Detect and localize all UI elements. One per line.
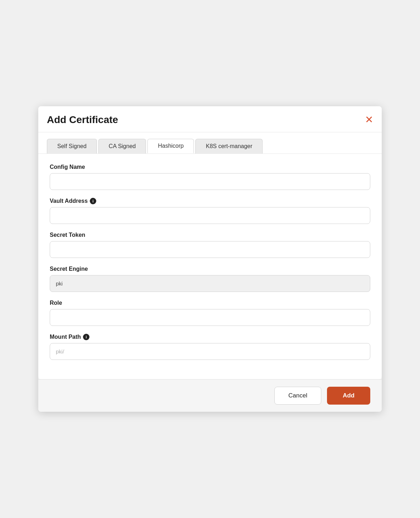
label-secret-engine: Secret Engine — [50, 266, 370, 272]
input-secret-token[interactable] — [50, 241, 370, 258]
info-icon-vault-address: i — [90, 198, 96, 204]
form-group-secret-token: Secret Token — [50, 232, 370, 258]
label-secret-token: Secret Token — [50, 232, 370, 238]
modal-body: Config Name Vault Address i Secret Token… — [38, 154, 382, 379]
cancel-button[interactable]: Cancel — [274, 387, 321, 405]
input-vault-address[interactable] — [50, 207, 370, 224]
modal-header: Add Certificate ✕ — [38, 106, 382, 132]
form-group-mount-path: Mount Path i — [50, 334, 370, 360]
form-group-config-name: Config Name — [50, 164, 370, 190]
close-button[interactable]: ✕ — [365, 115, 373, 125]
tab-ca-signed[interactable]: CA Signed — [98, 139, 146, 153]
label-vault-address: Vault Address i — [50, 198, 370, 204]
form-group-vault-address: Vault Address i — [50, 198, 370, 224]
input-mount-path[interactable] — [50, 343, 370, 360]
info-icon-mount-path: i — [83, 334, 89, 340]
form-group-secret-engine: Secret Engine — [50, 266, 370, 292]
form-group-role: Role — [50, 300, 370, 326]
add-button[interactable]: Add — [327, 387, 370, 405]
label-role: Role — [50, 300, 370, 306]
tab-self-signed[interactable]: Self Signed — [47, 139, 97, 153]
modal-container: Add Certificate ✕ Self Signed CA Signed … — [38, 106, 382, 412]
label-config-name: Config Name — [50, 164, 370, 170]
tabs-section: Self Signed CA Signed Hashicorp K8S cert… — [38, 132, 382, 154]
tab-hashicorp[interactable]: Hashicorp — [147, 139, 194, 153]
tabs-row: Self Signed CA Signed Hashicorp K8S cert… — [47, 139, 373, 153]
modal-title: Add Certificate — [47, 114, 118, 126]
label-mount-path: Mount Path i — [50, 334, 370, 340]
input-role[interactable] — [50, 309, 370, 326]
tab-k8s-cert-manager[interactable]: K8S cert-manager — [195, 139, 263, 153]
modal-footer: Cancel Add — [38, 379, 382, 412]
input-config-name[interactable] — [50, 173, 370, 190]
input-secret-engine[interactable] — [50, 275, 370, 292]
